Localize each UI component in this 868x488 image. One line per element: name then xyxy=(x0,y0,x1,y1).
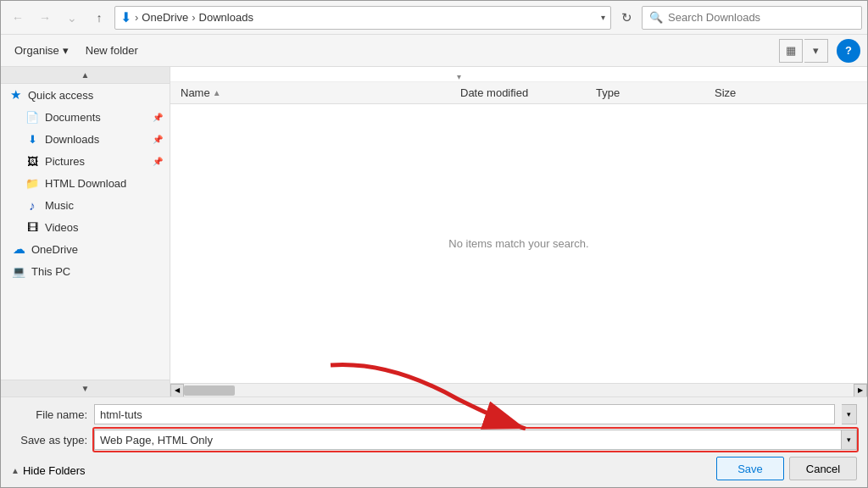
sidebar-item-quick-access[interactable]: ★ Quick access xyxy=(1,84,170,106)
file-name-input[interactable] xyxy=(94,404,835,424)
sidebar-item-videos[interactable]: 🎞 Videos xyxy=(1,216,170,238)
column-header-name[interactable]: Name ▲ xyxy=(177,82,457,103)
sidebar-item-this-pc[interactable]: 💻 This PC xyxy=(1,260,170,282)
save-type-dropdown[interactable]: ▾ xyxy=(842,430,857,450)
view-dropdown-icon: ▾ xyxy=(813,44,819,57)
cancel-button[interactable]: Cancel xyxy=(789,457,857,480)
sidebar-label-music: Music xyxy=(45,199,74,212)
sidebar: ▲ ★ Quick access 📄 Documents 📌 ⬇ Downloa… xyxy=(1,67,170,396)
hide-folders-row[interactable]: ▲ Hide Folders xyxy=(11,464,86,477)
organise-button[interactable]: Organise ▾ xyxy=(8,41,75,60)
hide-folders-label: Hide Folders xyxy=(23,464,86,477)
save-button[interactable]: Save xyxy=(716,457,784,480)
file-list-body: No items match your search. xyxy=(170,104,867,383)
quick-access-icon: ★ xyxy=(8,87,23,103)
sidebar-label-onedrive: OneDrive xyxy=(31,243,78,256)
column-header-date[interactable]: Date modified xyxy=(457,82,593,103)
view-options: ▦ ▾ xyxy=(779,39,828,63)
music-icon: ♪ xyxy=(25,198,40,213)
search-icon: 🔍 xyxy=(649,11,663,24)
path-drive-icon: ⬇ xyxy=(120,9,131,25)
empty-message: No items match your search. xyxy=(448,237,588,250)
buttons-row: ▲ Hide Folders Save Cancel xyxy=(11,457,857,480)
back-button[interactable]: ← xyxy=(6,6,30,30)
file-name-label: File name: xyxy=(11,408,87,421)
bottom-area: File name: ▾ Save as type: ▾ ▲ Hide Fold… xyxy=(1,396,867,487)
view-toggle-button[interactable]: ▦ xyxy=(779,39,803,63)
pictures-icon: 🖼 xyxy=(25,155,40,168)
search-input[interactable] xyxy=(668,11,854,24)
save-type-row: Save as type: ▾ xyxy=(11,430,857,450)
sidebar-label-documents: Documents xyxy=(45,111,101,124)
column-header-size[interactable]: Size xyxy=(711,82,796,103)
col-date-label: Date modified xyxy=(460,86,528,99)
sidebar-item-downloads[interactable]: ⬇ Downloads 📌 xyxy=(1,128,170,150)
scroll-thumb xyxy=(184,385,235,396)
col-name-label: Name xyxy=(181,86,210,99)
new-folder-label: New folder xyxy=(86,44,138,57)
path-dropdown-button[interactable]: ▾ xyxy=(601,13,605,22)
sidebar-scroll-up[interactable]: ▲ xyxy=(1,67,170,84)
sidebar-item-documents[interactable]: 📄 Documents 📌 xyxy=(1,106,170,128)
sidebar-label-this-pc: This PC xyxy=(31,265,70,278)
address-path[interactable]: ⬇ › OneDrive › Downloads ▾ xyxy=(114,6,611,30)
path-separator-1: › xyxy=(135,11,138,24)
sidebar-scroll-down[interactable]: ▼ xyxy=(1,380,170,396)
help-button[interactable]: ? xyxy=(837,39,860,63)
path-downloads: Downloads xyxy=(199,11,253,24)
html-downloads-icon: 📁 xyxy=(25,177,40,190)
sidebar-label-videos: Videos xyxy=(45,221,79,234)
sidebar-item-pictures[interactable]: 🖼 Pictures 📌 xyxy=(1,150,170,172)
sidebar-label-pictures: Pictures xyxy=(45,155,85,168)
forward-button[interactable]: → xyxy=(33,6,57,30)
refresh-button[interactable]: ↻ xyxy=(615,6,638,30)
col-sort-icon: ▲ xyxy=(213,88,221,97)
onedrive-icon: ☁ xyxy=(11,241,26,257)
path-separator-2: › xyxy=(192,11,195,24)
file-list-header: Name ▲ Date modified Type Size xyxy=(170,82,867,104)
scroll-track[interactable] xyxy=(184,384,854,396)
file-area: ▾ Name ▲ Date modified Type Size No item xyxy=(170,67,867,396)
path-this-pc: OneDrive xyxy=(142,11,188,24)
address-bar: ← → ⌄ ↑ ⬇ › OneDrive › Downloads ▾ ↻ 🔍 xyxy=(1,1,867,35)
this-pc-icon: 💻 xyxy=(11,265,26,278)
chevron-up-icon: ▲ xyxy=(11,466,19,475)
save-type-label: Save as type: xyxy=(11,434,87,446)
sidebar-label-quick-access: Quick access xyxy=(28,89,93,102)
file-name-row: File name: ▾ xyxy=(11,404,857,424)
recent-locations-button[interactable]: ⌄ xyxy=(60,6,84,30)
file-name-dropdown[interactable]: ▾ xyxy=(842,404,857,424)
pin-icon-downloads: 📌 xyxy=(153,135,163,144)
col-size-label: Size xyxy=(715,86,736,99)
sidebar-label-downloads: Downloads xyxy=(45,133,99,146)
view-icon: ▦ xyxy=(786,44,796,57)
documents-icon: 📄 xyxy=(25,111,40,124)
organise-dropdown-icon: ▾ xyxy=(63,44,69,57)
sidebar-item-music[interactable]: ♪ Music xyxy=(1,194,170,216)
scroll-right-button[interactable]: ▶ xyxy=(854,384,867,397)
pin-icon-pictures: 📌 xyxy=(153,157,163,166)
sidebar-item-html-downloads[interactable]: 📁 HTML Download xyxy=(1,172,170,194)
toolbar: Organise ▾ New folder ▦ ▾ ? xyxy=(1,35,867,67)
up-button[interactable]: ↑ xyxy=(87,6,111,30)
new-folder-button[interactable]: New folder xyxy=(79,41,145,60)
column-header-type[interactable]: Type xyxy=(593,82,711,103)
col-type-label: Type xyxy=(596,86,620,99)
scroll-left-button[interactable]: ◀ xyxy=(170,384,184,397)
save-type-input[interactable] xyxy=(94,430,842,450)
downloads-icon: ⬇ xyxy=(25,133,40,146)
pin-icon-documents: 📌 xyxy=(153,113,163,122)
sort-chevron-icon: ▾ xyxy=(457,72,461,81)
horizontal-scrollbar: ◀ ▶ xyxy=(170,383,867,396)
save-as-dialog: ← → ⌄ ↑ ⬇ › OneDrive › Downloads ▾ ↻ 🔍 O… xyxy=(0,0,868,488)
search-box[interactable]: 🔍 xyxy=(642,6,862,30)
content-area: ▲ ★ Quick access 📄 Documents 📌 ⬇ Downloa… xyxy=(1,67,867,396)
sidebar-label-html-downloads: HTML Download xyxy=(45,177,126,190)
sidebar-item-onedrive[interactable]: ☁ OneDrive xyxy=(1,238,170,260)
videos-icon: 🎞 xyxy=(25,221,40,234)
organise-label: Organise xyxy=(14,44,59,57)
view-dropdown-button[interactable]: ▾ xyxy=(804,39,828,63)
save-type-wrapper: ▾ xyxy=(94,430,857,450)
